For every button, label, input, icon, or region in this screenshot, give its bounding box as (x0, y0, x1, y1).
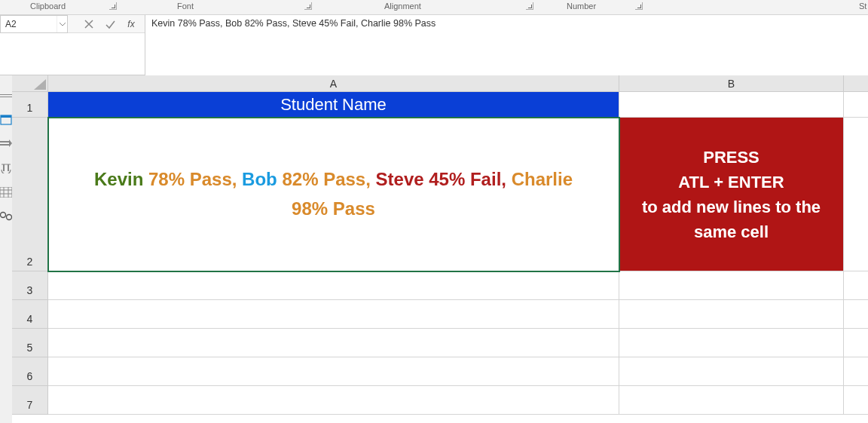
cell-A7[interactable] (48, 386, 619, 415)
cell-A4[interactable] (48, 300, 619, 329)
column-header-rest[interactable] (844, 75, 868, 92)
row-header-6[interactable]: 6 (12, 357, 48, 386)
svg-rect-1 (0, 97, 12, 97)
clipboard-launcher-icon[interactable] (109, 2, 117, 10)
cell-B4[interactable] (619, 300, 844, 329)
svg-rect-5 (0, 144, 9, 146)
cell-C6[interactable] (844, 357, 868, 386)
column-header-B[interactable]: B (619, 75, 844, 92)
formula-bar-row: A2 fx Kevin 78% Pass, Bob 82% Pass, Stev… (0, 15, 868, 75)
cell-C5[interactable] (844, 329, 868, 357)
alignment-launcher-icon[interactable] (526, 2, 533, 10)
pane-icon-4[interactable] (0, 163, 12, 173)
svg-rect-3 (1, 115, 11, 118)
svg-rect-9 (0, 187, 12, 198)
row-header-3[interactable]: 3 (12, 271, 48, 300)
svg-rect-4 (0, 141, 9, 143)
left-tool-pane (0, 75, 12, 423)
select-all-corner[interactable] (12, 75, 48, 92)
pane-icon-1[interactable] (0, 90, 12, 101)
row-header-1[interactable]: 1 (12, 92, 48, 118)
row-header-7[interactable]: 7 (12, 386, 48, 415)
spreadsheet-grid[interactable]: A B 1 2 3 4 5 6 7 Student Name (12, 75, 868, 423)
ribbon-group-alignment: Alignment (384, 2, 421, 11)
cell-C7[interactable] (844, 386, 868, 415)
name-box-dropdown-icon[interactable] (57, 16, 67, 32)
cell-A6[interactable] (48, 357, 619, 386)
cell-C3[interactable] (844, 271, 868, 300)
cell-A5[interactable] (48, 329, 619, 357)
font-launcher-icon[interactable] (304, 2, 312, 10)
cell-B1[interactable] (619, 92, 844, 118)
pane-icon-5[interactable] (0, 187, 12, 198)
ribbon-group-font: Font (177, 2, 194, 11)
insert-function-button[interactable]: fx (125, 18, 137, 30)
enter-entry-button[interactable] (104, 18, 116, 30)
name-box-value[interactable]: A2 (1, 19, 57, 29)
ribbon-group-clipboard: Clipboard (30, 2, 66, 11)
svg-point-14 (1, 213, 6, 218)
cell-C1[interactable] (844, 92, 868, 118)
ribbon-group-styles: St (859, 2, 866, 11)
cell-B5[interactable] (619, 329, 844, 357)
cell-B3[interactable] (619, 271, 844, 300)
pane-icon-3[interactable] (0, 139, 12, 149)
cell-B2[interactable]: PRESS ATL + ENTER to add new lines to th… (619, 118, 844, 271)
number-launcher-icon[interactable] (635, 2, 643, 10)
pane-icon-2[interactable] (0, 115, 12, 125)
row-header-4[interactable]: 4 (12, 300, 48, 329)
pane-icon-find[interactable] (0, 211, 12, 222)
svg-rect-0 (0, 94, 12, 95)
cell-B6[interactable] (619, 357, 844, 386)
cancel-entry-button[interactable] (83, 18, 95, 30)
cell-B7[interactable] (619, 386, 844, 415)
cell-A3[interactable] (48, 271, 619, 300)
cell-A2-content: Kevin 78% Pass, Bob 82% Pass, Steve 45% … (94, 165, 573, 223)
name-box[interactable]: A2 (0, 15, 68, 33)
cell-C4[interactable] (844, 300, 868, 329)
cell-A1[interactable]: Student Name (48, 92, 619, 118)
cell-B2-content: PRESS ATL + ENTER to add new lines to th… (633, 145, 830, 244)
svg-point-15 (7, 215, 12, 220)
column-header-A[interactable]: A (48, 75, 619, 92)
cell-A2[interactable]: Kevin 78% Pass, Bob 82% Pass, Steve 45% … (48, 118, 619, 271)
row-header-5[interactable]: 5 (12, 329, 48, 357)
row-header-2[interactable]: 2 (12, 118, 48, 271)
svg-rect-8 (8, 164, 9, 171)
ribbon-group-number: Number (567, 2, 596, 11)
formula-input[interactable]: Kevin 78% Pass, Bob 82% Pass, Steve 45% … (145, 15, 868, 75)
ribbon-group-strip: Format Painter Clipboard Font Alignment … (0, 0, 868, 15)
svg-rect-7 (3, 164, 5, 171)
cell-C2[interactable] (844, 118, 868, 271)
